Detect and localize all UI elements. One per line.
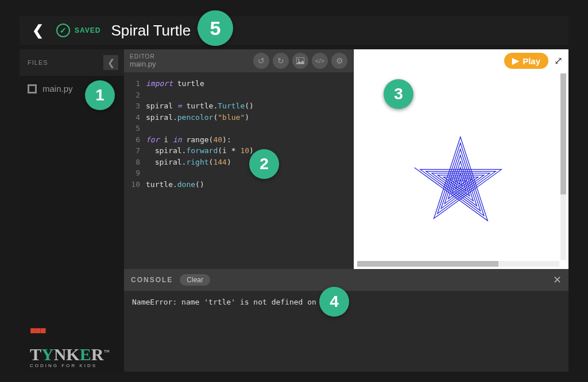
code-button[interactable]: </> — [312, 53, 328, 69]
editor-panel: EDITOR main.py ↺ ↻ </> ⚙ — [124, 49, 353, 269]
callout-badge-5: 5 — [198, 10, 233, 46]
editor-preview-row: EDITOR main.py ↺ ↻ </> ⚙ — [124, 49, 568, 269]
saved-check-icon: ✓ — [56, 24, 70, 37]
console-close-button[interactable]: ✕ — [553, 274, 562, 286]
saved-label: SAVED — [75, 26, 100, 34]
app-root: ❮ ✓ SAVED Spiral Turtle ✎ FILES ❮ main.p… — [0, 0, 588, 382]
vertical-scrollbar[interactable] — [560, 73, 566, 260]
editor-label: EDITOR — [130, 53, 156, 60]
play-label: Play — [523, 56, 540, 66]
tynker-logo: ■■■ TYNKER™ CODING FOR KIDS — [30, 325, 109, 368]
code-area[interactable]: 1import turtle 2 3spiral = turtle.Turtle… — [124, 72, 353, 196]
clear-button[interactable]: Clear — [180, 274, 210, 286]
file-name: main.py — [42, 84, 73, 93]
fullscreen-button[interactable]: ⤢ — [554, 54, 563, 67]
console-header: CONSOLE Clear ✕ — [124, 269, 568, 291]
console-label: CONSOLE — [131, 276, 173, 284]
play-button[interactable]: ▶ Play — [504, 53, 548, 69]
preview-toolbar: ▶ Play ⤢ — [354, 49, 568, 72]
main-area: EDITOR main.py ↺ ↻ </> ⚙ — [124, 49, 568, 372]
preview-panel: ▶ Play ⤢ — [353, 49, 568, 269]
editor-toolbar: ↺ ↻ </> ⚙ — [253, 53, 347, 69]
callout-badge-3: 3 — [384, 79, 413, 109]
callout-badge-1: 1 — [85, 80, 115, 110]
settings-button[interactable]: ⚙ — [331, 53, 347, 69]
editor-filename: main.py — [130, 60, 156, 68]
callout-badge-2: 2 — [249, 149, 279, 179]
sidebar-collapse-button[interactable]: ❮ — [103, 55, 118, 70]
play-icon: ▶ — [512, 56, 519, 66]
back-button[interactable]: ❮ — [26, 20, 49, 41]
top-bar: ❮ ✓ SAVED Spiral Turtle ✎ — [20, 16, 568, 45]
image-button[interactable] — [292, 53, 308, 69]
sidebar-header: FILES ❮ — [20, 49, 124, 76]
sidebar-title: FILES — [28, 59, 48, 66]
redo-button[interactable]: ↻ — [273, 53, 289, 69]
project-title: Spiral Turtle — [111, 22, 191, 40]
undo-button[interactable]: ↺ — [253, 53, 269, 69]
svg-point-1 — [298, 59, 300, 61]
horizontal-scrollbar[interactable] — [357, 261, 559, 267]
callout-badge-4: 4 — [319, 287, 349, 317]
console-panel: CONSOLE Clear ✕ NameError: name 'trtle' … — [124, 269, 568, 372]
editor-header: EDITOR main.py ↺ ↻ </> ⚙ — [124, 49, 353, 72]
file-icon — [28, 84, 37, 93]
